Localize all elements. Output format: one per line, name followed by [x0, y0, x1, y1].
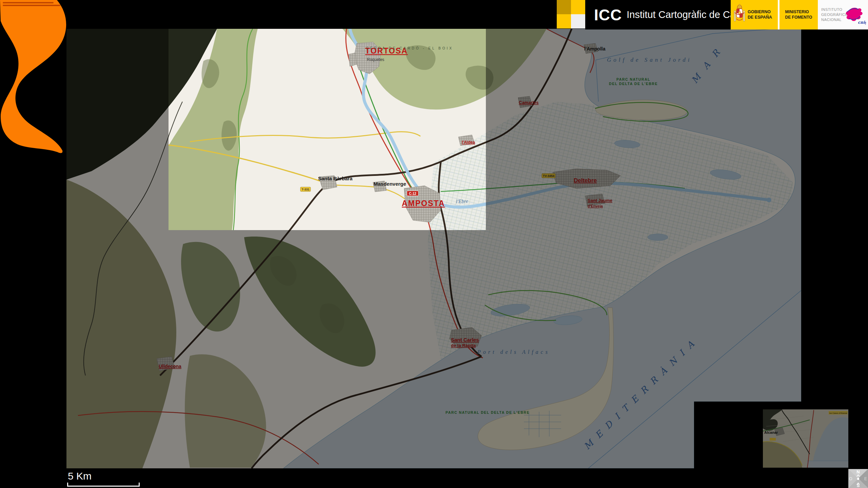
cnig-script: cnig	[858, 20, 866, 25]
overview-inset-map[interactable]: Alcanar les Cases d'Alcanar	[763, 409, 848, 468]
mosaic-square-yellow1	[571, 0, 585, 14]
compass-navigation-control[interactable]: N S O E	[848, 469, 868, 488]
scale-bar: 5 Km	[67, 470, 140, 487]
label-santa-barbara: Santa Bàrbara	[318, 176, 353, 181]
road-shield-c12: C-12	[407, 191, 418, 196]
road-shield-t331: T-331	[300, 187, 311, 191]
icc-orange-logo	[0, 0, 71, 156]
mosaic-square-gray	[571, 14, 585, 28]
gobierno-line2: DE ESPAÑA	[748, 15, 772, 20]
compass-east-label: E	[864, 476, 867, 481]
topographic-map[interactable]: C-12 TV-3454 T-331 TORTOSA Roquetes AMPO…	[66, 29, 801, 468]
compass-west-label: O	[849, 476, 852, 481]
instituto-geografico-nacional-logo: INSTITUTO GEOGRÁFICO NACIONAL cnig	[818, 0, 868, 29]
mosaic-square-darkgold	[557, 0, 571, 14]
label-ebre-river: l'Ebre	[456, 198, 468, 204]
inset-dim-overlay	[763, 409, 848, 468]
logo-swoosh	[0, 0, 66, 153]
icc-abbreviation: ICC	[594, 6, 622, 24]
ministerio-line2: DE FOMENTO	[785, 15, 812, 20]
label-roquetes: Roquetes	[367, 57, 384, 62]
label-aldea: l'Aldea	[462, 140, 475, 145]
ministerio-line1: MINISTERIO	[785, 9, 812, 15]
svg-text:C-12: C-12	[409, 192, 416, 196]
icc-mosaic-decoration	[557, 0, 585, 28]
compass-north-label: N	[856, 469, 860, 474]
gobierno-line1: GOBIERNO	[748, 9, 772, 15]
label-serra-cardo: SERRA DE CARDÓ - EL BOIX	[366, 46, 453, 50]
gobierno-de-espana-logo: GOBIERNO DE ESPAÑA	[731, 0, 778, 29]
svg-text:T-331: T-331	[301, 188, 309, 191]
ministerio-de-fomento-logo: MINISTERIO DE FOMENTO	[780, 0, 818, 29]
cnig-splash-icon: cnig	[842, 5, 866, 25]
map-viewer-page: C-12 TV-3454 T-331 TORTOSA Roquetes AMPO…	[0, 0, 868, 488]
scale-bar-label: 5 Km	[68, 470, 140, 482]
scale-bar-line	[67, 483, 140, 487]
compass-center-dot	[857, 478, 859, 480]
icc-header-bar: ICC Institut Cartogràfic de Catalunya	[585, 0, 731, 29]
label-masdenverge: Masdenverge	[374, 181, 406, 187]
mosaic-square-yellow2	[557, 14, 571, 28]
spain-coat-of-arms-icon	[733, 3, 746, 27]
label-amposta: AMPOSTA	[402, 199, 445, 208]
dim-overlay-left	[66, 29, 169, 468]
dim-overlay-bottom	[169, 230, 486, 468]
